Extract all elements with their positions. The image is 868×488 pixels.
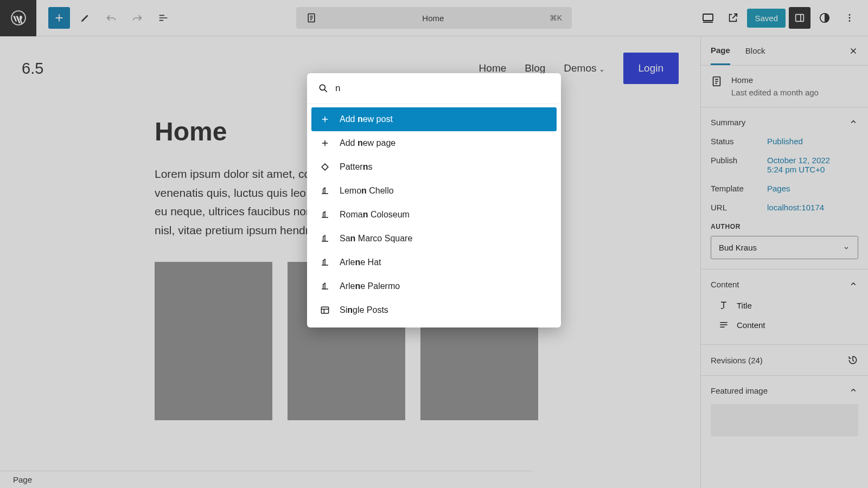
svg-rect-10 [322,164,328,170]
post-icon [319,256,331,268]
command-item[interactable]: Patterns [311,155,557,179]
search-icon [318,83,329,94]
command-item[interactable]: Roman Coloseum [311,203,557,227]
post-icon [319,185,331,197]
plus-icon [319,137,331,149]
command-item[interactable]: Add new page [311,131,557,155]
svg-rect-11 [321,307,328,313]
command-item[interactable]: Arlene Palermo [311,274,557,298]
patterns-icon [319,161,331,173]
post-icon [319,280,331,292]
command-item[interactable]: Lemon Chello [311,179,557,203]
command-palette: Add new postAdd new pagePatternsLemon Ch… [307,73,561,328]
post-icon [319,209,331,221]
layout-icon [319,304,331,316]
command-item[interactable]: Add new post [311,107,557,131]
command-results-list: Add new postAdd new pagePatternsLemon Ch… [307,104,561,328]
command-item[interactable]: Arlene Hat [311,251,557,274]
command-search-row [307,73,561,104]
command-search-input[interactable] [335,83,550,94]
plus-icon [319,113,331,125]
post-icon [319,233,331,245]
command-item[interactable]: San Marco Square [311,227,557,251]
command-item[interactable]: Single Posts [311,298,557,322]
svg-point-9 [320,85,325,90]
